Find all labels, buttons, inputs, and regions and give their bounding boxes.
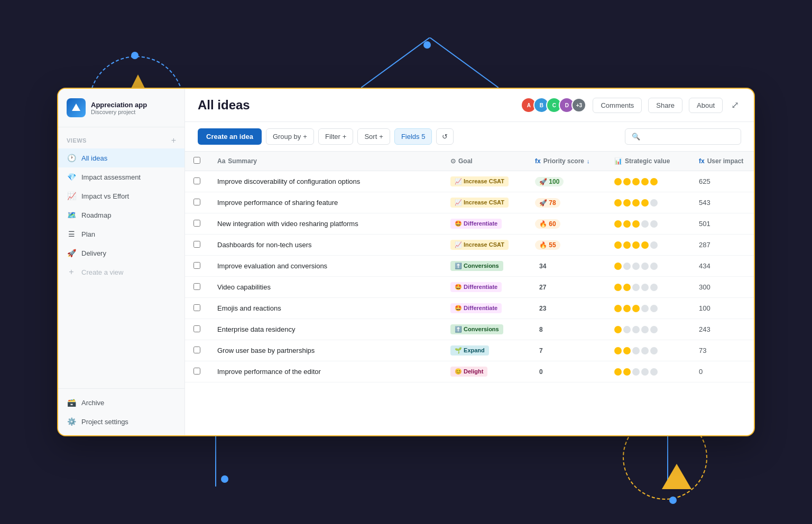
row-summary[interactable]: Grow user base by partnerships bbox=[209, 340, 442, 361]
star bbox=[650, 326, 658, 333]
row-checkbox[interactable] bbox=[193, 304, 200, 311]
goal-badge[interactable]: ⬆️ Conversions bbox=[450, 261, 503, 271]
sidebar-item-plan[interactable]: ☰ Plan bbox=[58, 224, 184, 244]
star bbox=[614, 199, 622, 207]
star bbox=[650, 263, 658, 270]
add-view-btn[interactable]: + bbox=[171, 136, 176, 145]
create-view-icon: + bbox=[67, 267, 76, 277]
row-priority-score: 🔥 60 bbox=[527, 213, 606, 235]
star bbox=[614, 284, 622, 291]
th-summary[interactable]: Aa Summary bbox=[209, 152, 442, 171]
app-info: Appreciation app Discovery project bbox=[91, 101, 176, 115]
star bbox=[641, 368, 649, 376]
star bbox=[614, 347, 622, 354]
table-body: Improve discoverability of configuration… bbox=[185, 171, 754, 382]
sidebar-item-roadmap[interactable]: 🗺️ Roadmap bbox=[58, 205, 184, 224]
star bbox=[650, 368, 658, 376]
row-summary[interactable]: Enterprise data residency bbox=[209, 319, 442, 340]
goal-badge[interactable]: 📈 Increase CSAT bbox=[450, 176, 509, 186]
page-title: All ideas bbox=[198, 98, 250, 113]
row-priority-score: 23 bbox=[527, 298, 606, 319]
row-summary[interactable]: Improve performance of sharing feature bbox=[209, 192, 442, 213]
goal-badge[interactable]: 😊 Delight bbox=[450, 367, 487, 377]
row-checkbox[interactable] bbox=[193, 262, 200, 269]
comments-button[interactable]: Comments bbox=[593, 98, 642, 113]
row-summary[interactable]: Improve performance of the editor bbox=[209, 361, 442, 382]
row-checkbox[interactable] bbox=[193, 177, 200, 184]
row-user-impact: 625 bbox=[690, 171, 754, 192]
svg-line-3 bbox=[430, 38, 499, 88]
sidebar-item-impact-vs-effort[interactable]: 📈 Impact vs Effort bbox=[58, 186, 184, 205]
star bbox=[632, 220, 640, 228]
score-badge: 23 bbox=[535, 304, 550, 313]
main-header: All ideas A B C D +3 Comments Share Abou… bbox=[185, 89, 754, 122]
summary-col-icon: Aa bbox=[217, 157, 225, 165]
row-user-impact: 0 bbox=[690, 361, 754, 382]
score-badge: 34 bbox=[535, 261, 550, 271]
table-container: Aa Summary ⊙ Goal bbox=[185, 152, 754, 435]
create-idea-button[interactable]: Create an idea bbox=[198, 128, 262, 145]
row-checkbox[interactable] bbox=[193, 347, 200, 353]
stars-container bbox=[614, 347, 682, 354]
row-summary[interactable]: Dashboards for non-tech users bbox=[209, 235, 442, 256]
filter-button[interactable]: Filter + bbox=[318, 128, 353, 145]
sidebar-item-all-ideas[interactable]: 🕐 All ideas bbox=[58, 148, 184, 167]
sidebar-item-impact-assessment[interactable]: 💎 Impact assessment bbox=[58, 167, 184, 186]
row-checkbox-cell bbox=[185, 256, 209, 277]
select-all-checkbox[interactable] bbox=[193, 157, 200, 164]
row-checkbox[interactable] bbox=[193, 368, 200, 375]
row-user-impact: 300 bbox=[690, 277, 754, 298]
sidebar-header: Appreciation app Discovery project bbox=[58, 89, 184, 127]
th-strategic-value[interactable]: 📊 Strategic value bbox=[606, 152, 690, 171]
row-goal: 📈 Increase CSAT bbox=[442, 171, 527, 192]
sidebar-nav: VIEWS + 🕐 All ideas 💎 Impact assessment … bbox=[58, 127, 184, 388]
goal-badge[interactable]: 🌱 Expand bbox=[450, 345, 489, 355]
expand-button[interactable]: ⤢ bbox=[729, 97, 741, 113]
sidebar-item-delivery[interactable]: 🚀 Delivery bbox=[58, 244, 184, 263]
header-right: A B C D +3 Comments Share About ⤢ bbox=[521, 97, 741, 113]
row-user-impact: 100 bbox=[690, 298, 754, 319]
deco-dot-tl bbox=[131, 52, 139, 59]
row-summary[interactable]: Improve discoverability of configuration… bbox=[209, 171, 442, 192]
stars-container bbox=[614, 368, 682, 376]
star bbox=[614, 178, 622, 185]
about-button[interactable]: About bbox=[689, 98, 723, 113]
search-input[interactable] bbox=[644, 133, 734, 141]
sidebar-item-create-view[interactable]: + Create a view bbox=[58, 263, 184, 282]
share-button[interactable]: Share bbox=[648, 98, 682, 113]
goal-badge[interactable]: 🤩 Differentiate bbox=[450, 303, 502, 313]
star bbox=[623, 284, 631, 291]
goal-badge[interactable]: ⬆️ Conversions bbox=[450, 324, 503, 334]
goal-badge[interactable]: 📈 Increase CSAT bbox=[450, 240, 509, 250]
goal-badge[interactable]: 🤩 Differentiate bbox=[450, 219, 502, 229]
group-by-button[interactable]: Group by + bbox=[266, 128, 314, 145]
sidebar-item-archive[interactable]: 🗃️ Archive bbox=[58, 393, 184, 412]
th-goal[interactable]: ⊙ Goal bbox=[442, 152, 527, 171]
row-checkbox-cell bbox=[185, 277, 209, 298]
th-priority-score[interactable]: fx Priority score ↓ bbox=[527, 152, 606, 171]
row-checkbox[interactable] bbox=[193, 220, 200, 227]
row-checkbox[interactable] bbox=[193, 325, 200, 332]
sort-button[interactable]: Sort + bbox=[357, 128, 390, 145]
row-summary[interactable]: Emojis and reactions bbox=[209, 298, 442, 319]
goal-badge[interactable]: 🤩 Differentiate bbox=[450, 282, 502, 292]
row-summary[interactable]: Video capabilities bbox=[209, 277, 442, 298]
row-checkbox[interactable] bbox=[193, 283, 200, 290]
goal-badge[interactable]: 📈 Increase CSAT bbox=[450, 198, 509, 208]
star bbox=[632, 241, 640, 249]
star bbox=[632, 305, 640, 312]
row-summary[interactable]: Improve evaluation and conversions bbox=[209, 256, 442, 277]
table-row: Enterprise data residency⬆️ Conversions8… bbox=[185, 319, 754, 340]
sidebar-item-project-settings[interactable]: ⚙️ Project settings bbox=[58, 412, 184, 431]
th-user-impact[interactable]: fx User impact bbox=[690, 152, 754, 171]
row-goal: 🤩 Differentiate bbox=[442, 277, 527, 298]
row-summary[interactable]: New integration with video resharing pla… bbox=[209, 213, 442, 235]
fields-button[interactable]: Fields 5 bbox=[394, 128, 432, 145]
row-checkbox[interactable] bbox=[193, 199, 200, 205]
row-checkbox[interactable] bbox=[193, 241, 200, 248]
refresh-button[interactable]: ↺ bbox=[436, 128, 454, 145]
deco-dot-top bbox=[423, 41, 431, 49]
star bbox=[641, 326, 649, 333]
table-row: Video capabilities🤩 Differentiate27300 bbox=[185, 277, 754, 298]
row-priority-score: 27 bbox=[527, 277, 606, 298]
